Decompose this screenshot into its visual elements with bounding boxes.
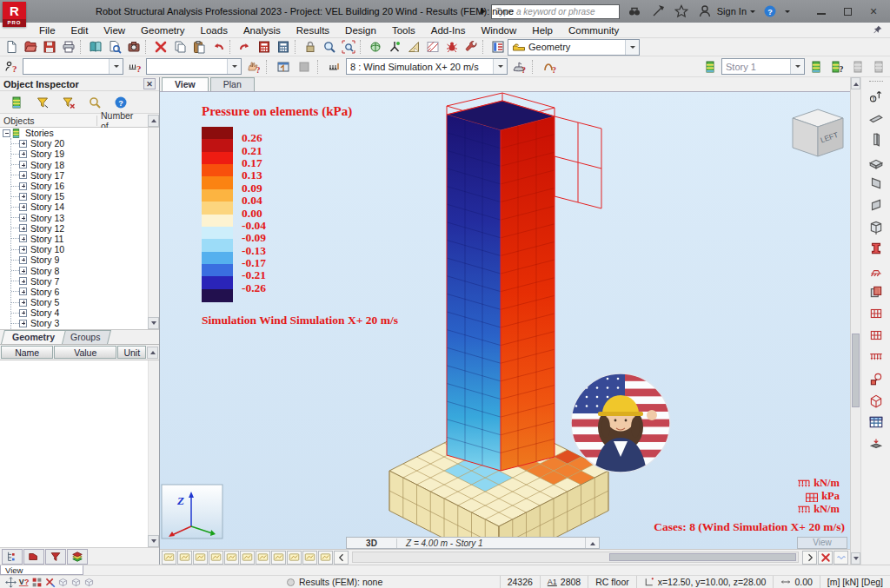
menu-geometry[interactable]: Geometry: [133, 24, 193, 36]
pin-icon[interactable]: [872, 24, 883, 36]
maximize-button[interactable]: [834, 2, 860, 21]
view-window-tab[interactable]: View: [0, 565, 83, 575]
expand-icon[interactable]: [19, 277, 27, 285]
capture-button[interactable]: [105, 38, 124, 56]
level-label[interactable]: Z = 4.00 m - Story 1: [397, 538, 585, 548]
layers-tab[interactable]: [67, 549, 88, 565]
tree-item-story-4[interactable]: Story 4: [11, 307, 159, 318]
lasso-button[interactable]: [865, 367, 887, 389]
help-caret-icon[interactable]: [785, 10, 790, 16]
load-case-arrow[interactable]: [493, 59, 507, 74]
story-up-button[interactable]: [848, 58, 867, 76]
story-select-button[interactable]: [807, 58, 826, 76]
delete-button[interactable]: [151, 38, 170, 56]
calc-gray-button[interactable]: [274, 38, 293, 56]
bar-numbers-button[interactable]: [177, 551, 192, 565]
wall-button[interactable]: [865, 172, 887, 194]
slab-button[interactable]: [865, 150, 887, 172]
minimize-button[interactable]: [808, 2, 834, 21]
expand-icon[interactable]: [19, 256, 27, 264]
level-up-icon[interactable]: [585, 538, 599, 548]
menu-loads[interactable]: Loads: [193, 24, 236, 36]
panel-numbers-button[interactable]: [193, 551, 208, 565]
load-line-button[interactable]: [865, 346, 887, 367]
open-button[interactable]: [21, 38, 40, 56]
tree-item-story-3[interactable]: Story 3: [11, 318, 159, 328]
tree-item-story-9[interactable]: Story 9: [11, 254, 159, 265]
layout-selector[interactable]: Geometry: [508, 39, 640, 56]
scroll-down-icon[interactable]: [851, 552, 860, 565]
section-cut-button[interactable]: [865, 433, 887, 454]
structure-button[interactable]: [865, 389, 887, 411]
table-scrollbar[interactable]: [148, 360, 159, 547]
supports-symbols-button[interactable]: [209, 551, 223, 565]
expand-icon[interactable]: [19, 299, 27, 307]
tree-item-story-14[interactable]: Story 14: [11, 202, 159, 212]
view-window-button[interactable]: [274, 58, 293, 76]
load-case-button[interactable]: [325, 58, 344, 76]
move-cross-icon[interactable]: [5, 577, 17, 588]
expand-icon[interactable]: [19, 246, 27, 254]
tree-item-story-13[interactable]: Story 13: [11, 213, 159, 223]
hatch-button[interactable]: [423, 38, 442, 56]
node-button[interactable]: 1: [865, 85, 887, 107]
menu-file[interactable]: File: [31, 24, 63, 36]
simulation-help-button[interactable]: ?: [509, 58, 528, 76]
copy-button[interactable]: [170, 38, 189, 56]
x-blue-icon[interactable]: [44, 577, 56, 588]
lock-button[interactable]: [301, 38, 320, 56]
story-sel-button[interactable]: [7, 94, 26, 111]
vertical-scrollbar[interactable]: [850, 77, 860, 565]
preview-button[interactable]: [86, 38, 105, 56]
delete-view-icon[interactable]: [818, 551, 833, 565]
expand-icon[interactable]: [19, 171, 27, 179]
load-case-combo[interactable]: 8 : Wind Simulation X+ 20 m/s: [346, 58, 508, 75]
view-window-button[interactable]: View: [797, 537, 847, 549]
bar-button[interactable]: [865, 107, 887, 129]
column-button[interactable]: [865, 129, 887, 150]
units-display[interactable]: [m] [kN] [Deg]: [820, 576, 890, 588]
tree-item-story-12[interactable]: Story 12: [11, 223, 159, 234]
story-down-button[interactable]: [869, 58, 888, 76]
section-shape-button[interactable]: [240, 551, 255, 565]
display-help-button[interactable]: ?: [540, 58, 559, 76]
grid-red-icon[interactable]: [31, 577, 43, 588]
story-combo-arrow[interactable]: [790, 59, 804, 74]
menu-tools[interactable]: Tools: [384, 24, 423, 36]
story-filter-button[interactable]: [701, 58, 720, 76]
node-selection-button[interactable]: ?: [125, 58, 144, 76]
layout-selector-arrow[interactable]: [625, 40, 639, 55]
tree-item-story-7[interactable]: Story 7: [11, 276, 159, 287]
chevron-right-icon[interactable]: [802, 551, 817, 565]
inspector-tab-groups[interactable]: Groups: [59, 330, 111, 344]
panels-button[interactable]: [865, 302, 887, 324]
scroll-up-icon[interactable]: [147, 347, 158, 359]
help-button[interactable]: ?: [111, 94, 130, 111]
scroll-up-icon[interactable]: [148, 115, 159, 127]
funnel-button[interactable]: [33, 94, 52, 111]
vq-icon[interactable]: V?: [18, 577, 30, 588]
object-selection-button[interactable]: ?: [2, 58, 21, 76]
view-navigation-strip[interactable]: 3D Z = 4.00 m - Story 1: [346, 537, 600, 549]
viewport-tab-plan[interactable]: Plan: [210, 77, 255, 91]
paste-button[interactable]: [189, 38, 209, 56]
viewport-canvas[interactable]: LEFT Z Pressur: [160, 92, 850, 549]
expand-icon[interactable]: [19, 224, 27, 232]
tree-item-story-15[interactable]: Story 15: [11, 191, 159, 202]
object-selection-combo[interactable]: [23, 58, 123, 75]
expand-icon[interactable]: [19, 320, 27, 327]
expand-icon[interactable]: [19, 182, 27, 190]
print-button[interactable]: [59, 38, 78, 56]
axes-button[interactable]: [385, 38, 404, 56]
menu-edit[interactable]: Edit: [63, 24, 96, 36]
favorites-icon[interactable]: [673, 3, 690, 19]
fem-results-status[interactable]: Results (FEM): none: [287, 577, 382, 587]
node-selection-combo[interactable]: [146, 58, 242, 75]
tree-item-story-18[interactable]: Story 18: [11, 160, 159, 170]
tree-scrollbar[interactable]: [148, 128, 159, 329]
menu-results[interactable]: Results: [289, 24, 337, 36]
view-cube[interactable]: LEFT: [793, 109, 843, 156]
communication-center-icon[interactable]: [649, 3, 667, 19]
collapse-icon[interactable]: [3, 129, 10, 137]
tree-item-story-8[interactable]: Story 8: [11, 265, 159, 275]
